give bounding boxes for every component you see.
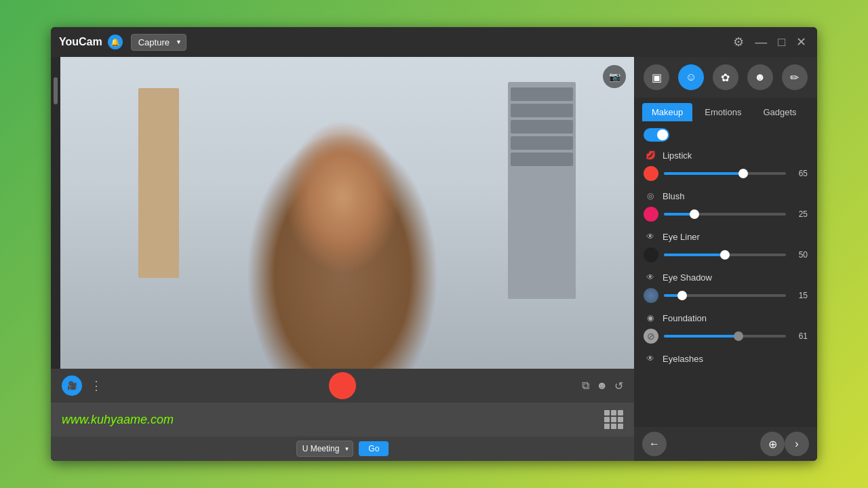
effects-panel-icon[interactable]: ✿ (713, 64, 738, 90)
makeup-toggle-row (634, 121, 817, 148)
more-panel-button[interactable]: › (785, 432, 809, 456)
side-scrollbar (51, 57, 60, 369)
eyeliner-header: 👁 Eye Liner (644, 230, 808, 243)
foundation-slider-row: ⊘ 61 (644, 329, 808, 344)
lipstick-slider-row: 65 (644, 166, 808, 181)
record-button[interactable] (329, 372, 356, 399)
toggle-knob (657, 129, 668, 140)
back-button[interactable]: ← (642, 432, 667, 456)
lipstick-header: 💋 Lipstick (644, 148, 808, 162)
blush-item: ◎ Blush 25 (644, 189, 808, 222)
screen-panel-icon[interactable]: ▣ (644, 64, 669, 90)
lipstick-item: 💋 Lipstick 65 (644, 148, 808, 181)
window-controls: ⚙ — □ ✕ (730, 35, 809, 49)
eyeshadow-color-swatch[interactable] (644, 288, 658, 303)
meeting-dropdown[interactable]: U Meeting (296, 441, 354, 457)
eyelashes-icon: 👁 (644, 352, 657, 365)
video-area: 📷 (51, 57, 634, 369)
blush-slider-row: 25 (644, 207, 808, 222)
eyeliner-label: Eye Liner (663, 232, 808, 242)
lipstick-label: Lipstick (663, 150, 808, 161)
app-window: YouCam 🔔 Capture ⚙ — □ ✕ (51, 27, 817, 461)
close-icon[interactable]: ✕ (793, 35, 809, 49)
footer-bar: U Meeting Go (51, 436, 634, 461)
eyeliner-slider[interactable] (664, 253, 786, 256)
tab-gadgets[interactable]: Gadgets (753, 103, 806, 121)
person-in-video (51, 57, 634, 369)
layers-icon[interactable]: ⧉ (582, 380, 589, 392)
eyeshadow-value: 15 (791, 291, 808, 300)
eyeliner-slider-thumb[interactable] (720, 250, 730, 260)
eyelashes-item: 👁 Eyelashes (644, 352, 808, 365)
lipstick-slider-thumb[interactable] (738, 169, 748, 178)
foundation-header: ◉ Foundation (644, 311, 808, 325)
foundation-value: 61 (791, 331, 808, 341)
eyeliner-slider-fill (664, 253, 725, 256)
makeup-toggle[interactable] (644, 128, 669, 142)
tab-emotions[interactable]: Emotions (695, 103, 751, 121)
lipstick-icon: 💋 (644, 148, 657, 162)
reset-icon[interactable]: ↺ (614, 380, 623, 392)
grid-icon[interactable] (604, 410, 623, 429)
eyeliner-icon: 👁 (644, 230, 657, 243)
foundation-color-swatch[interactable]: ⊘ (644, 329, 658, 344)
foundation-slider[interactable] (664, 335, 786, 338)
bottom-info-bar: www.kuhyaame.com (51, 403, 634, 436)
maximize-icon[interactable]: □ (775, 35, 788, 49)
watermark-text: www.kuhyaame.com (62, 413, 174, 427)
lipstick-value: 65 (791, 169, 808, 178)
minimize-icon[interactable]: — (752, 35, 770, 49)
lipstick-slider[interactable] (664, 172, 786, 175)
face-panel-icon[interactable]: ☺ (678, 64, 704, 90)
eyeshadow-slider[interactable] (664, 294, 786, 297)
go-button[interactable]: Go (359, 441, 389, 456)
makeup-items-list: 💋 Lipstick 65 ◎ (634, 148, 817, 427)
foundation-label: Foundation (663, 313, 808, 323)
blush-slider[interactable] (664, 213, 786, 216)
blush-header: ◎ Blush (644, 189, 808, 203)
video-feed (51, 57, 634, 369)
avatar-panel-icon[interactable]: ☻ (747, 64, 773, 90)
foundation-slider-fill (664, 335, 738, 338)
lipstick-slider-fill (664, 172, 743, 175)
blush-icon: ◎ (644, 189, 657, 203)
eyeshadow-slider-thumb[interactable] (677, 291, 687, 300)
eyeliner-item: 👁 Eye Liner 50 (644, 230, 808, 262)
eyeliner-value: 50 (791, 250, 808, 260)
blush-value: 25 (791, 209, 808, 219)
video-controls-bar: 🎥 ⋮ ⧉ ☻ ↺ (51, 369, 634, 403)
video-camera-button[interactable]: 🎥 (62, 375, 82, 396)
eyeliner-color-swatch[interactable] (644, 247, 658, 262)
eyeshadow-label: Eye Shadow (663, 272, 808, 283)
video-section: 📷 🎥 ⋮ ⧉ ☻ ↺ www.kuhyaame.com (51, 57, 634, 461)
blush-slider-thumb[interactable] (690, 209, 699, 219)
foundation-item: ◉ Foundation ⊘ 61 (644, 311, 808, 344)
notification-icon[interactable]: 🔔 (108, 35, 123, 49)
add-effect-button[interactable]: ⊕ (760, 432, 785, 456)
camera-overlay-icon[interactable]: 📷 (603, 65, 626, 88)
scroll-thumb[interactable] (54, 77, 58, 104)
face-effects-icon[interactable]: ☻ (596, 380, 608, 392)
eyelashes-label: Eyelashes (663, 354, 808, 364)
more-options-button[interactable]: ⋮ (90, 378, 102, 393)
app-logo: YouCam (59, 36, 102, 48)
eyeshadow-header: 👁 Eye Shadow (644, 270, 808, 284)
mode-dropdown[interactable]: Capture (131, 34, 186, 51)
right-controls: ⧉ ☻ ↺ (582, 380, 623, 392)
title-bar: YouCam 🔔 Capture ⚙ — □ ✕ (51, 27, 817, 57)
main-content: 📷 🎥 ⋮ ⧉ ☻ ↺ www.kuhyaame.com (51, 57, 817, 461)
makeup-tabs: Makeup Emotions Gadgets (634, 98, 817, 121)
tab-makeup[interactable]: Makeup (642, 103, 692, 121)
panel-top-icons: ▣ ☺ ✿ ☻ ✏ (634, 57, 817, 98)
blush-label: Blush (663, 191, 808, 201)
eyeshadow-icon: 👁 (644, 270, 657, 284)
foundation-slider-thumb[interactable] (734, 331, 743, 341)
eyeliner-slider-row: 50 (644, 247, 808, 262)
eyeshadow-item: 👁 Eye Shadow 15 (644, 270, 808, 303)
lipstick-color-swatch[interactable] (644, 166, 658, 181)
brush-panel-icon[interactable]: ✏ (782, 64, 808, 90)
right-panel: ▣ ☺ ✿ ☻ ✏ Makeup Emotions Gadgets (634, 57, 817, 461)
panel-footer: ← ⊕ › (634, 427, 817, 461)
settings-icon[interactable]: ⚙ (730, 35, 747, 49)
blush-color-swatch[interactable] (644, 207, 658, 222)
